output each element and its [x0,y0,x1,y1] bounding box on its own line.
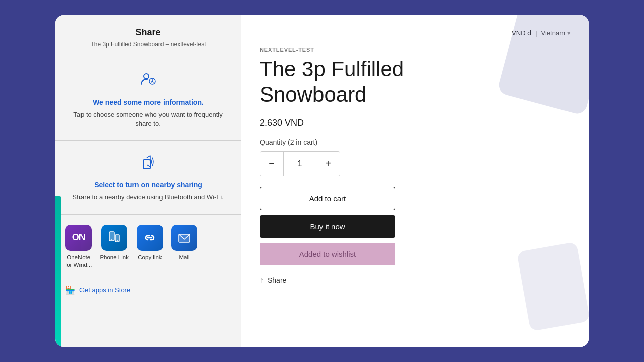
quantity-decrease-button[interactable]: − [260,152,283,176]
store-link-label: Get apps in Store [79,286,130,294]
nearby-share-icon [139,153,157,174]
app-onenote[interactable]: ON OneNotefor Wind... [65,225,92,269]
more-info-title: We need some more information. [93,98,204,106]
share-title: Share [65,27,231,38]
svg-point-8 [111,239,112,240]
more-info-section[interactable]: We need some more information. Tap to ch… [55,58,241,141]
app-mail[interactable]: Mail [171,225,197,269]
quantity-increase-button[interactable]: + [316,152,340,176]
share-panel: Share The 3p Fulfilled Snowboard – nextl… [55,15,242,347]
nearby-title: Select to turn on nearby sharing [94,180,202,189]
deco-shape-2 [517,242,589,331]
mail-icon [171,225,197,251]
svg-point-9 [117,240,118,241]
copylink-icon [137,225,163,251]
add-to-cart-button[interactable]: Add to cart [260,187,395,210]
quantity-label: Quantity (2 in cart) [260,138,571,146]
onenote-icon: ON [65,225,92,251]
get-apps-store-link[interactable]: 🏪 Get apps in Store [55,277,241,303]
nearby-desc: Share to a nearby device using Bluetooth… [72,193,224,202]
mail-label: Mail [179,254,189,261]
nearby-section[interactable]: Select to turn on nearby sharing Share t… [55,141,241,214]
person-icon [139,70,157,92]
share-label: Share [268,276,286,284]
apps-section: ON OneNotefor Wind... [55,215,241,278]
phonelink-icon [101,225,127,251]
svg-point-0 [144,74,149,79]
app-phonelink[interactable]: Phone Link [100,225,129,269]
copylink-label: Copy link [138,254,162,261]
share-subtitle: The 3p Fulfilled Snowboard – nextlevel-t… [65,41,231,48]
product-panel: VND ₫ | Vietnam ▾ NEXTLEVEL-TEST The 3p … [242,15,589,347]
phonelink-label: Phone Link [100,254,129,261]
apps-grid: ON OneNotefor Wind... [65,225,231,269]
share-header: Share The 3p Fulfilled Snowboard – nextl… [55,15,241,58]
store-icon: 🏪 [65,285,75,295]
wishlist-button[interactable]: Added to wishlist [260,243,395,265]
app-copylink[interactable]: Copy link [137,225,163,269]
quantity-control: − 1 + [260,151,340,176]
left-accent [55,196,61,347]
main-card: Share The 3p Fulfilled Snowboard – nextl… [55,15,589,347]
onenote-label: OneNotefor Wind... [65,254,92,269]
quantity-value: 1 [283,152,316,176]
share-icon: ↑ [260,276,264,285]
buy-now-button[interactable]: Buy it now [260,215,395,238]
more-info-desc: Tap to choose someone who you want to fr… [65,110,231,128]
svg-rect-3 [143,160,150,169]
product-price: 2.630 VND [260,118,571,128]
